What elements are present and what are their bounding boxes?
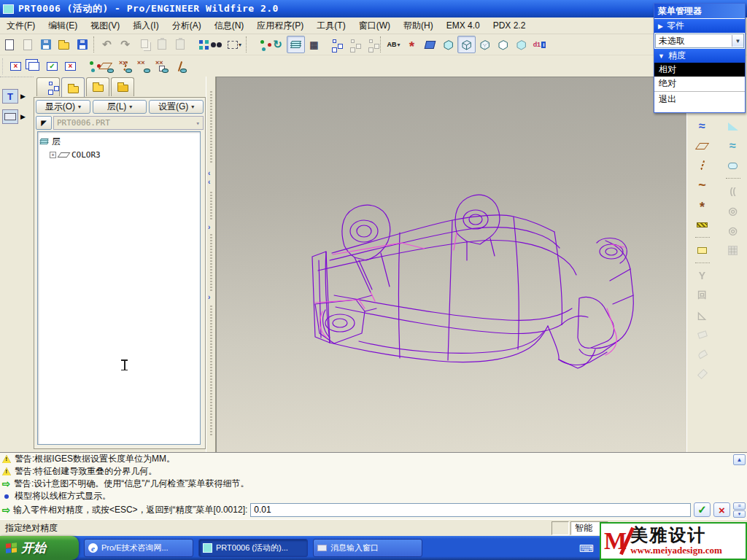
collapse-left-icon[interactable]: ‹: [208, 179, 210, 186]
cancel-button[interactable]: ×: [713, 502, 730, 517]
layer-tree-root[interactable]: 层: [39, 135, 198, 148]
datum-csys-icon[interactable]: *: [693, 196, 711, 214]
layer-tree-panel: 显示(O)▾ 层(L)▾ 设置(G)▾ ◤ PRT0006.PRT ▾ 层 + …: [34, 97, 206, 449]
message-log-button[interactable]: ≡: [733, 502, 746, 510]
no-hidden-mode-icon[interactable]: [494, 36, 512, 53]
settings-menu-button[interactable]: 设置(G)▾: [149, 100, 204, 114]
spin-center-icon[interactable]: *: [403, 36, 421, 53]
sketch-orientation-icon[interactable]: [421, 36, 439, 53]
scroll-up-button[interactable]: ▲: [733, 454, 746, 465]
tab-utilities[interactable]: [111, 77, 134, 96]
menu-emx[interactable]: EMX 4.0: [440, 18, 487, 33]
tab-folder-browser[interactable]: [86, 77, 109, 96]
active-model-combo[interactable]: PRT0006.PRT ▾: [53, 116, 204, 130]
axis-display-icon[interactable]: ×x: [116, 58, 134, 75]
expand-right-icon[interactable]: ›: [208, 294, 210, 301]
scroll-down-button[interactable]: ▾: [733, 510, 746, 518]
navigator-splitter[interactable]: ‹ ‹ › ›: [206, 77, 216, 452]
hidden-line-mode-icon[interactable]: [476, 36, 494, 53]
menu-view[interactable]: 视图(V): [84, 18, 126, 34]
menu-section-precision[interactable]: ▼ 精度: [654, 49, 745, 63]
status-message: 指定绝对精度: [1, 521, 550, 535]
title-bar[interactable]: PRT0006 (活动的) - Pro/ENGINEER Wildfire 2.…: [0, 0, 747, 18]
project-icon: ◎: [724, 202, 742, 219]
sketch-curve-icon[interactable]: ≈: [693, 117, 711, 135]
undo-icon: ↶: [98, 36, 116, 53]
part-select-combo[interactable]: 未选取 ▼: [655, 34, 744, 48]
collapse-left-icon[interactable]: ‹: [208, 170, 210, 177]
model-tree-icon[interactable]: [323, 36, 341, 53]
datum-axis-icon[interactable]: [693, 157, 711, 174]
menu-item-absolute[interactable]: 绝对: [654, 77, 745, 90]
watermark-brand: 美雅设计: [630, 526, 722, 545]
language-keyboard-icon[interactable]: ⌨: [579, 542, 594, 554]
start-button[interactable]: 开始: [0, 536, 79, 560]
precision-input[interactable]: [250, 503, 691, 517]
expand-right-icon[interactable]: ›: [208, 224, 210, 231]
model-table-icon[interactable]: ▦: [305, 36, 323, 53]
open-folder-icon[interactable]: [55, 36, 73, 53]
menu-item-exit[interactable]: 退出: [654, 93, 745, 106]
menu-section-part[interactable]: ▶ 零件: [654, 19, 745, 33]
menu-pdx[interactable]: PDX 2.2: [487, 18, 533, 33]
combo-dropdown-icon[interactable]: ▼: [732, 35, 743, 47]
taskbar-item-browser[interactable]: e Pro/E技术咨询网...: [84, 539, 193, 557]
menu-insert[interactable]: 插入(I): [126, 18, 165, 34]
layer-tree-item[interactable]: + COLOR3: [39, 148, 198, 161]
activate-window-icon[interactable]: ✓: [43, 58, 61, 75]
expand-icon[interactable]: +: [50, 152, 56, 158]
menu-edit[interactable]: 编辑(E): [42, 18, 84, 34]
wireframe-mode-icon[interactable]: [457, 36, 476, 53]
datum-curve-icon[interactable]: ~: [693, 176, 711, 194]
taskbar-item-proe[interactable]: PRT0006 (活动的)...: [198, 539, 308, 557]
note-icon[interactable]: [693, 241, 711, 259]
menu-tools[interactable]: 工具(T): [310, 18, 352, 34]
tab-layers[interactable]: [61, 77, 85, 98]
show-menu-button[interactable]: 显示(O)▾: [36, 100, 90, 114]
menu-help[interactable]: 帮助(H): [397, 18, 440, 34]
menu-applications[interactable]: 应用程序(P): [250, 18, 310, 34]
boundary-blend-icon[interactable]: [724, 117, 742, 135]
datum-tag-icon[interactable]: AB▾: [384, 36, 403, 53]
fill-surface-icon[interactable]: [724, 157, 742, 174]
close-activate-icon[interactable]: ×: [61, 58, 80, 75]
dimension-info-icon[interactable]: d1i: [530, 36, 549, 53]
datum-point-icon[interactable]: [693, 216, 711, 233]
close-window-icon[interactable]: ×: [7, 58, 25, 75]
datum-plane-icon[interactable]: [693, 137, 711, 155]
datum-filter-icon[interactable]: [250, 36, 268, 53]
combo-chevron-icon[interactable]: ▾: [196, 120, 200, 127]
select-arrow-button[interactable]: ◤: [36, 116, 52, 130]
new-window-icon[interactable]: [25, 58, 43, 75]
accept-button[interactable]: ✓: [694, 502, 711, 517]
plane-display-icon[interactable]: [98, 58, 116, 75]
layers-icon[interactable]: [287, 36, 305, 53]
graphics-area[interactable]: [216, 77, 686, 452]
reorient-view-icon[interactable]: ↻: [268, 36, 287, 53]
menu-item-relative[interactable]: 相对: [654, 63, 745, 77]
menu-window[interactable]: 窗口(W): [352, 18, 397, 34]
menu-bar: 文件(F) 编辑(E) 视图(V) 插入(I) 分析(A) 信息(N) 应用程序…: [0, 18, 747, 34]
style-surface-icon[interactable]: ≈: [724, 137, 742, 155]
save-copy-icon[interactable]: [36, 36, 55, 53]
shading-mode-icon[interactable]: [512, 36, 530, 53]
menu-analysis[interactable]: 分析(A): [166, 18, 208, 34]
save-icon[interactable]: [73, 36, 91, 53]
menu-file[interactable]: 文件(F): [0, 18, 42, 34]
curve-display-icon[interactable]: [171, 58, 189, 75]
taskbar-item-message-window[interactable]: 消息输入窗口: [313, 539, 422, 557]
csys-display-icon[interactable]: ××: [152, 58, 171, 75]
select-box-icon[interactable]: ▾: [225, 36, 244, 53]
model-tree-dock-button[interactable]: T▶: [2, 88, 30, 105]
layer-menu-button[interactable]: 层(L)▾: [93, 100, 147, 114]
tab-model-tree[interactable]: [36, 77, 60, 96]
regenerate-icon[interactable]: [189, 36, 207, 53]
menu-manager-title[interactable]: 菜单管理器: [654, 4, 745, 18]
shaded-mode-icon[interactable]: [439, 36, 457, 53]
menu-info[interactable]: 信息(N): [208, 18, 251, 34]
new-file-icon[interactable]: [0, 36, 18, 53]
point-display-icon[interactable]: ××: [134, 58, 152, 75]
datum-select-icon[interactable]: [80, 58, 98, 75]
message-input-dock-button[interactable]: ▶: [2, 108, 30, 125]
find-icon[interactable]: [207, 36, 225, 53]
